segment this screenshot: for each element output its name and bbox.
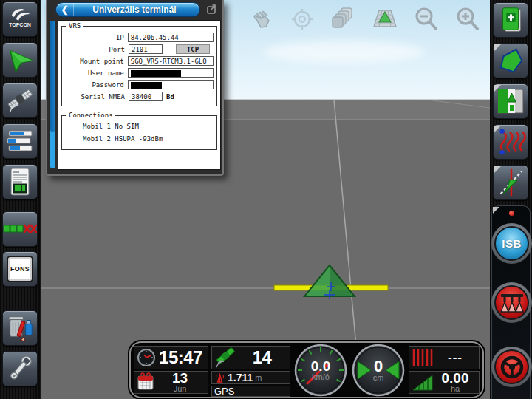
screen: TOPCON — [0, 0, 532, 399]
autosteer-button-face — [494, 349, 529, 384]
offset-unit: cm — [351, 374, 406, 381]
curve-tracks-button[interactable] — [493, 124, 528, 160]
area-value: 0.00 — [434, 372, 477, 385]
popout-button[interactable] — [205, 3, 218, 16]
user-name-field[interactable] — [128, 68, 214, 78]
isb-label: ISB — [502, 237, 522, 250]
dialog-title-pill[interactable]: ❮ Univerzális terminál — [55, 2, 200, 17]
auto-functions-panel: ISB — [491, 205, 531, 399]
baud-unit-label: Bd — [166, 93, 174, 100]
layers-icon[interactable] — [330, 6, 357, 33]
area-cell: 0.00 ha — [409, 371, 480, 395]
sprayer-button-face — [494, 285, 529, 320]
speed-gauge[interactable]: 0.0 km/ó — [293, 346, 348, 394]
report-button[interactable] — [2, 164, 38, 200]
data-manager-icon — [4, 313, 35, 344]
port-field[interactable]: 2101 — [129, 44, 163, 54]
fons-box: FONS — [7, 256, 33, 282]
serial-nmea-field[interactable]: 38400 — [129, 92, 163, 101]
satellite-count: 14 — [236, 347, 287, 368]
rate-area-panel[interactable]: --- 0.00 ha — [409, 346, 480, 394]
line-steer-button[interactable] — [493, 165, 528, 200]
pan-hand-icon[interactable] — [248, 6, 274, 33]
perspective-line — [432, 100, 490, 108]
gps-panel[interactable]: 14 1.711 m GPS — [211, 346, 290, 394]
rate-bars-icon — [412, 348, 434, 367]
target-icon[interactable] — [289, 6, 316, 33]
dialog-title: Univerzális terminál — [74, 4, 200, 15]
port-label: Port — [65, 46, 129, 53]
field-button[interactable] — [493, 43, 528, 78]
ip-label: IP — [65, 34, 128, 41]
fix-type-cell: GPS — [211, 386, 290, 397]
redacted-value — [131, 82, 162, 89]
sprayer-button[interactable] — [491, 282, 532, 323]
mount-point-field[interactable]: SGO_VRS-RTCM3.1-GLO — [128, 56, 214, 66]
speed-unit: km/ó — [293, 373, 348, 381]
tcp-button[interactable]: TCP — [176, 44, 210, 54]
port-row: Port 2101 TCP — [65, 44, 214, 54]
fons-button[interactable]: FONS — [2, 251, 38, 287]
wrench-icon — [4, 353, 35, 384]
connections-legend: Connections — [66, 112, 115, 119]
back-button[interactable]: ❮ — [56, 3, 74, 16]
time-value: 15:47 — [156, 347, 205, 368]
topcon-logo-button[interactable]: TOPCON — [2, 1, 38, 37]
levels-button[interactable] — [2, 123, 38, 159]
submenu-marker — [493, 207, 499, 214]
user-name-label: User name — [65, 69, 128, 77]
svg-text:TOPCON: TOPCON — [9, 22, 31, 27]
speed-value: 0.0 — [293, 360, 348, 373]
accuracy-cell: 1.711 m — [211, 371, 290, 384]
autosteer-button[interactable] — [491, 347, 532, 387]
time-date-panel[interactable]: 15:47 13 Jún — [134, 346, 208, 394]
mount-point-label: Mount point — [65, 58, 128, 65]
password-field[interactable] — [128, 80, 214, 89]
map-toolbar — [248, 6, 481, 33]
offset-value: 0 — [351, 359, 406, 374]
topcon-logo-icon: TOPCON — [4, 4, 35, 35]
offset-readout: 0 cm — [351, 359, 406, 381]
levels-icon — [6, 129, 34, 154]
zoom-in-icon[interactable] — [454, 6, 481, 33]
accuracy-value: 1.711 — [228, 372, 253, 383]
satellite-icon — [4, 85, 35, 116]
submenu-marker — [494, 126, 501, 132]
fons-label: FONS — [10, 265, 30, 273]
area-coverage-icon — [412, 372, 434, 392]
time-cell: 15:47 — [134, 346, 208, 369]
zoom-out-icon[interactable] — [413, 6, 440, 33]
mobil1-status: Mobil 1 No SIM — [65, 120, 214, 133]
dialog-scrollbar-thumb[interactable] — [50, 21, 55, 132]
manual-button[interactable] — [493, 2, 528, 38]
redacted-value — [131, 70, 181, 77]
fix-type: GPS — [214, 386, 234, 397]
nav-arrow-button[interactable] — [2, 42, 38, 78]
status-bar: 15:47 13 Jún — [129, 341, 484, 398]
perspective-view-icon[interactable] — [372, 6, 398, 33]
date-day: 13 — [154, 372, 205, 385]
ip-row: IP 84.206.45.44 — [65, 33, 214, 42]
date-cell: 13 Jún — [134, 371, 208, 395]
satellite-config-button[interactable] — [2, 83, 38, 118]
isb-status-dot — [509, 211, 514, 216]
vrs-legend: VRS — [66, 22, 83, 30]
antenna-icon — [214, 372, 225, 383]
rate-cell: --- — [409, 346, 480, 369]
coverage-view-button[interactable] — [493, 83, 528, 119]
isb-button[interactable]: ISB — [491, 223, 532, 264]
dialog-content: VRS IP 84.206.45.44 Port 2101 TCP Mount … — [58, 20, 221, 170]
accuracy-unit: m — [255, 374, 262, 381]
dialog-scrollbar[interactable] — [50, 21, 55, 168]
steering-wheel-icon — [499, 354, 525, 381]
settings-button[interactable] — [2, 351, 38, 386]
gps-satellite-icon — [214, 347, 236, 369]
submenu-marker — [494, 166, 501, 173]
offset-gauge[interactable]: 0 cm — [351, 346, 406, 394]
dialog-titlebar: ❮ Univerzális terminál — [47, 0, 222, 19]
ip-field[interactable]: 84.206.45.44 — [128, 33, 214, 42]
date-month: Jún — [154, 385, 205, 392]
user-name-row: User name — [65, 68, 214, 78]
section-status-button[interactable] — [2, 211, 38, 247]
data-manager-button[interactable] — [2, 310, 38, 346]
